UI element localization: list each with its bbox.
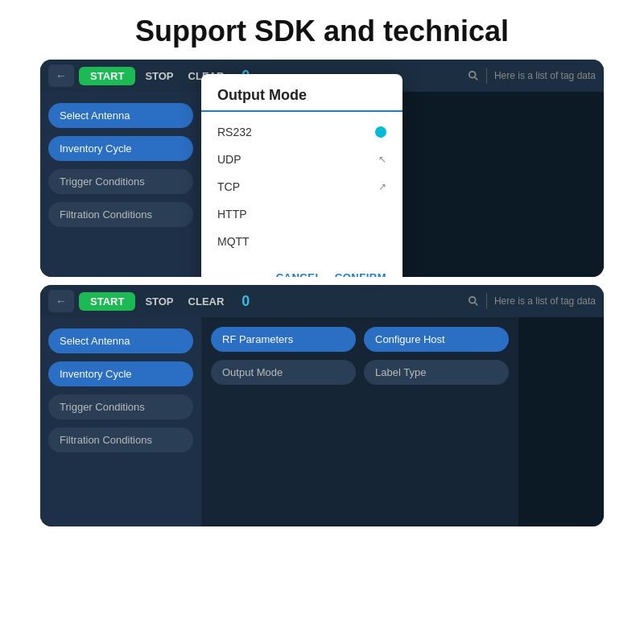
panel-1: ← START STOP CLEAR 0 Here is a list of t… (40, 60, 604, 277)
search-area: Here is a list of tag data (468, 68, 596, 84)
modal-list: RS232 UDP ↖ TCP ↗ (201, 112, 402, 262)
modal-item-mqtt-label: MQTT (217, 235, 250, 248)
panel2-body: Select Antenna Inventory Cycle Trigger C… (40, 317, 604, 526)
p2-search-placeholder: Here is a list of tag data (494, 295, 596, 307)
modal-item-tcp-label: TCP (217, 180, 240, 193)
modal-item-udp-label: UDP (217, 153, 242, 166)
p2-start-button[interactable]: START (79, 292, 135, 311)
p2-sidebar-select-antenna[interactable]: Select Antenna (48, 328, 193, 353)
p2-rf-parameters[interactable]: RF Parameters (211, 327, 356, 352)
p2-label-type[interactable]: Label Type (364, 360, 509, 385)
panel1-right-dark (402, 92, 604, 277)
panel1-body: Select Antenna Inventory Cycle Trigger C… (40, 92, 604, 277)
modal-confirm-button[interactable]: CONFIRM (335, 271, 386, 277)
page-title: Support SDK and technical (0, 0, 644, 60)
search-icon (468, 70, 479, 81)
p2-back-button[interactable]: ← (48, 290, 74, 312)
sidebar-item-trigger-conditions[interactable]: Trigger Conditions (48, 169, 193, 194)
panel2-toolbar: ← START STOP CLEAR 0 Here is a list of t… (40, 285, 604, 317)
toolbar-divider (486, 68, 487, 84)
modal-item-mqtt[interactable]: MQTT (201, 228, 402, 255)
p2-toolbar-divider (486, 293, 487, 309)
modal-item-rs232[interactable]: RS232 (201, 118, 402, 146)
modal-item-udp[interactable]: UDP ↖ (201, 146, 402, 173)
modal-actions: CANCEL CONFIRM (201, 262, 402, 277)
output-mode-modal: Output Mode RS232 UDP ↖ (201, 74, 402, 277)
back-button[interactable]: ← (48, 64, 74, 87)
svg-line-1 (475, 77, 478, 80)
modal-item-http[interactable]: HTTP (201, 200, 402, 228)
modal-item-tcp[interactable]: TCP ↗ (201, 173, 402, 200)
p2-sidebar-filtration-conditions[interactable]: Filtration Conditions (48, 427, 193, 452)
svg-point-0 (469, 72, 476, 78)
sidebar-item-inventory-cycle[interactable]: Inventory Cycle (48, 136, 193, 161)
p2-sidebar-inventory-cycle[interactable]: Inventory Cycle (48, 361, 193, 386)
panel2-right-dark (518, 317, 604, 526)
svg-point-2 (469, 297, 476, 303)
search-placeholder: Here is a list of tag data (494, 70, 596, 81)
sidebar-item-filtration-conditions[interactable]: Filtration Conditions (48, 202, 193, 227)
panel-2: ← START STOP CLEAR 0 Here is a list of t… (40, 285, 604, 526)
p2-tag-counter: 0 (242, 293, 250, 310)
p2-search-area: Here is a list of tag data (468, 293, 596, 309)
stop-button[interactable]: STOP (140, 67, 178, 85)
p2-stop-button[interactable]: STOP (140, 292, 178, 311)
p2-output-mode[interactable]: Output Mode (211, 360, 356, 385)
panel1-sidebar: Select Antenna Inventory Cycle Trigger C… (40, 92, 201, 277)
modal-title: Output Mode (201, 74, 402, 112)
panel2-right-area: RF Parameters Configure Host Output Mode… (201, 317, 518, 526)
panel1-main: Output Mode RS232 UDP ↖ (201, 92, 402, 277)
svg-line-3 (475, 303, 478, 306)
sidebar-item-select-antenna[interactable]: Select Antenna (48, 103, 193, 128)
p2-clear-button[interactable]: CLEAR (184, 292, 229, 311)
start-button[interactable]: START (79, 67, 135, 85)
p2-sidebar-trigger-conditions[interactable]: Trigger Conditions (48, 394, 193, 419)
p2-search-icon (468, 295, 479, 307)
modal-overlay[interactable]: Output Mode RS232 UDP ↖ (201, 92, 402, 277)
modal-item-rs232-label: RS232 (217, 126, 252, 138)
cursor-icon: ↖ (378, 154, 386, 165)
radio-selected-icon (375, 126, 386, 138)
panel2-sidebar: Select Antenna Inventory Cycle Trigger C… (40, 317, 201, 526)
modal-cancel-button[interactable]: CANCEL (276, 271, 322, 277)
cursor-arrow-icon: ↗ (378, 181, 386, 192)
p2-configure-host[interactable]: Configure Host (364, 327, 509, 352)
modal-item-http-label: HTTP (217, 208, 247, 221)
